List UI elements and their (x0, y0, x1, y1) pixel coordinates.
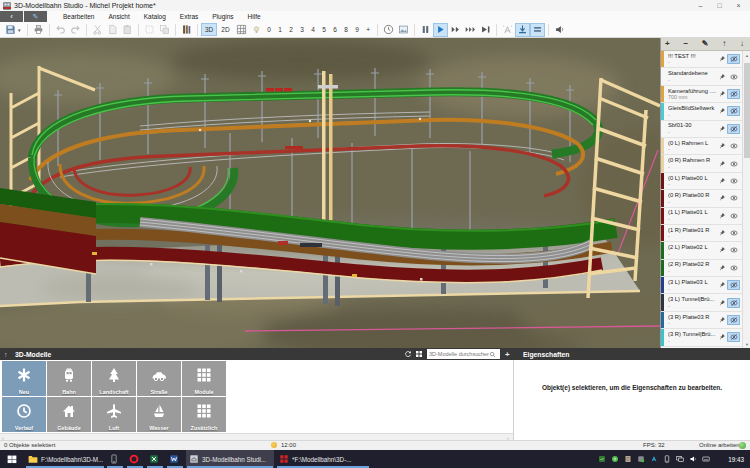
visibility-eye-icon[interactable] (727, 193, 740, 203)
pin-icon[interactable] (717, 177, 726, 185)
pause-button[interactable] (418, 23, 433, 37)
layer-row[interactable]: Kameraführung ....700 mm (661, 86, 742, 103)
layer-row[interactable]: (0 R) Rahmen R- (661, 155, 742, 172)
menu-ansicht[interactable]: Ansicht (101, 11, 136, 22)
tray-updater-icon[interactable] (611, 455, 619, 463)
visibility-eye-icon[interactable] (727, 54, 740, 64)
category-module[interactable]: Module (182, 361, 226, 396)
layer-edit-button[interactable]: ✎ (702, 40, 709, 48)
edit-mode-button[interactable]: ✎ (24, 11, 47, 22)
cut-button[interactable] (90, 23, 105, 37)
layer-row[interactable]: Standardebene- (661, 68, 742, 85)
undo-button[interactable] (53, 23, 68, 37)
layer-row[interactable]: (2 R) Platte02 R- (661, 260, 742, 277)
pin-icon[interactable] (717, 73, 726, 81)
pin-icon[interactable] (717, 281, 726, 289)
layer-row[interactable]: (1 L) Platte01 L- (661, 208, 742, 225)
print-button[interactable] (31, 23, 46, 37)
sim-time-button[interactable] (381, 23, 396, 37)
add-model-button[interactable]: + (505, 348, 510, 360)
visibility-eye-icon[interactable] (727, 298, 740, 308)
layer-remove-button[interactable]: − (683, 40, 688, 48)
taskbar-clock[interactable]: 19:43 (728, 450, 744, 468)
duplicate-button[interactable] (157, 23, 172, 37)
visibility-eye-icon[interactable] (727, 245, 740, 255)
tray-cursor-icon[interactable] (650, 455, 658, 463)
tray-touch-keyboard-icon[interactable] (702, 455, 710, 463)
camera-view-8[interactable]: 8 (341, 26, 352, 33)
camera-view-2[interactable]: 2 (286, 26, 297, 33)
layer-row[interactable]: (0 R) Platte00 R- (661, 190, 742, 207)
close-button[interactable]: × (729, 0, 748, 11)
view-grid-button[interactable] (415, 348, 423, 360)
copy-button[interactable] (105, 23, 120, 37)
layer-row[interactable]: (0 L) Platte00 L- (661, 173, 742, 190)
viewport-3d-scene[interactable] (0, 38, 660, 348)
layer-row[interactable]: (3 L) Tunnel|Brü...- (661, 294, 742, 311)
layer-row[interactable]: (0 L) Rahmen L- (661, 138, 742, 155)
category-strasse[interactable]: Straße (137, 361, 181, 396)
camera-view-4[interactable]: 4 (308, 26, 319, 33)
daylight-sun-icon[interactable] (271, 442, 277, 448)
catalog-button[interactable] (179, 23, 194, 37)
category-verlauf[interactable]: Verlauf (2, 397, 46, 432)
layer-row[interactable]: !!! TEST !!!- (661, 51, 742, 68)
pin-icon[interactable] (717, 125, 726, 133)
taskbar-opera[interactable] (126, 450, 144, 468)
pin-icon[interactable] (717, 160, 726, 168)
tray-display-icon[interactable] (676, 455, 684, 463)
taskbar-explorer[interactable]: F:\Modellbahn\3D-M... (25, 450, 105, 468)
visibility-eye-icon[interactable] (727, 72, 740, 82)
category-neu[interactable]: Neu (2, 361, 46, 396)
category-zusaetzlich[interactable]: Zusätzlich (182, 397, 226, 432)
tray-phone-icon[interactable] (663, 455, 671, 463)
layer-filter-button[interactable] (530, 23, 545, 37)
category-bahn[interactable]: Bahn (47, 361, 91, 396)
speed-2x-button[interactable] (448, 23, 463, 37)
category-gebaeude[interactable]: Gebäude (47, 397, 91, 432)
pin-icon[interactable] (717, 90, 726, 98)
tray-antivirus-icon[interactable] (598, 455, 606, 463)
layer-row[interactable]: (3 L) Platte03 L- (661, 277, 742, 294)
speed-4x-button[interactable] (463, 23, 478, 37)
snap-height-button[interactable] (515, 23, 530, 37)
view-3d-button[interactable]: 3D (201, 23, 217, 36)
visibility-eye-icon[interactable] (727, 228, 740, 238)
menu-plugins[interactable]: Plugins (205, 11, 240, 22)
scrollbar-thumb[interactable] (744, 63, 750, 158)
tray-volume-icon[interactable] (689, 455, 697, 463)
scroll-down-icon[interactable]: ▼ (743, 340, 750, 348)
visibility-eye-icon[interactable] (727, 332, 740, 342)
redo-button[interactable] (68, 23, 83, 37)
visibility-eye-icon[interactable] (727, 141, 740, 151)
visibility-eye-icon[interactable] (727, 176, 740, 186)
view-2d-button[interactable]: 2D (217, 23, 233, 36)
visibility-eye-icon[interactable] (727, 124, 740, 134)
pin-icon[interactable] (717, 264, 726, 272)
pin-icon[interactable] (717, 142, 726, 150)
layer-row[interactable]: (1 R) Platte01 R- (661, 225, 742, 242)
menu-hilfe[interactable]: Hilfe (241, 11, 268, 22)
scroll-up-icon[interactable]: ▲ (743, 51, 750, 59)
dock-collapse-button[interactable]: ↑ (4, 348, 8, 360)
pin-icon[interactable] (717, 55, 726, 63)
select-area-button[interactable] (142, 23, 157, 37)
layer-row[interactable]: (3 R) Platte03 R- (661, 312, 742, 329)
auto-label-button[interactable] (500, 23, 515, 37)
menu-extras[interactable]: Extras (173, 11, 205, 22)
tray-document-icon[interactable] (624, 455, 632, 463)
pin-icon[interactable] (717, 229, 726, 237)
visibility-eye-icon[interactable] (727, 280, 740, 290)
category-landschaft[interactable]: Landschaft (92, 361, 136, 396)
catalog-hscrollbar[interactable]: ‹ › (0, 433, 513, 440)
camera-view-9[interactable]: 9 (352, 26, 363, 33)
pin-icon[interactable] (717, 299, 726, 307)
camera-view-1[interactable]: 1 (275, 26, 286, 33)
taskbar-studio-file[interactable]: *F:\Modellbahn\3D-... (276, 450, 370, 468)
camera-view-3[interactable]: 3 (297, 26, 308, 33)
light-toggle-button[interactable] (249, 23, 264, 37)
camera-view-6[interactable]: 6 (330, 26, 341, 33)
taskbar-word[interactable] (166, 450, 184, 468)
pin-icon[interactable] (717, 107, 726, 115)
visibility-eye-icon[interactable] (727, 211, 740, 221)
